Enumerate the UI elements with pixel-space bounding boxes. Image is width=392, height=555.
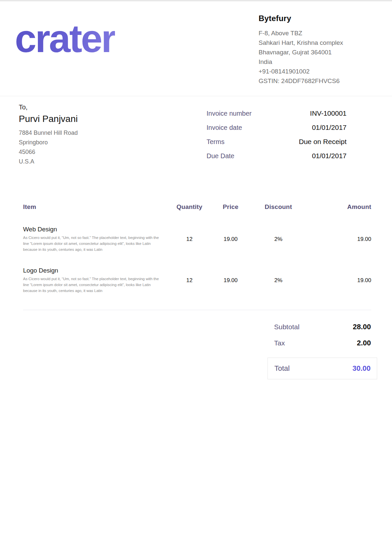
column-header-price: Price (209, 203, 252, 211)
invoice-meta-row: Terms Due on Receipt (207, 138, 347, 146)
item-price: 19.00 (209, 236, 252, 243)
column-header-discount: Discount (252, 203, 305, 211)
column-header-amount: Amount (305, 203, 371, 211)
column-header-item: Item (23, 203, 170, 211)
crater-logo: crater (15, 19, 115, 58)
customer-address-line: U.S.A (19, 157, 78, 166)
invoice-info-section: To, Purvi Panjvani 7884 Bunnel Hill Road… (0, 96, 392, 166)
company-gstin: GSTIN: 24DDF7682FHVCS6 (259, 76, 392, 86)
totals-divider (23, 310, 371, 310)
item-row: Web Design As Cicero would put it, “Um, … (23, 226, 371, 252)
invoice-meta-row: Due Date 01/01/2017 (207, 152, 347, 160)
due-date-value: 01/01/2017 (312, 152, 347, 160)
item-name: Logo Design (23, 267, 170, 274)
company-address-line: F-8, Above TBZ (259, 28, 392, 38)
bill-to-intro: To, (19, 103, 78, 111)
item-cell: Web Design As Cicero would put it, “Um, … (23, 226, 170, 252)
invoice-header: crater Bytefury F-8, Above TBZ Sahkari H… (0, 1, 392, 96)
column-header-quantity: Quantity (170, 203, 209, 211)
company-address-line: Sahkari Hart, Krishna complex (259, 38, 392, 47)
invoice-number-value: INV-100001 (310, 109, 347, 117)
item-amount: 19.00 (305, 277, 371, 284)
customer-address-line: 7884 Bunnel Hill Road (19, 128, 78, 138)
item-discount: 2% (252, 236, 305, 243)
total-value: 30.00 (352, 364, 371, 373)
item-discount: 2% (252, 277, 305, 284)
invoice-meta-row: Invoice number INV-100001 (207, 109, 347, 117)
total-label: Total (274, 364, 290, 373)
company-address-line: Bhavnagar, Gujrat 364001 (259, 47, 392, 57)
terms-label: Terms (207, 138, 224, 146)
customer-address-line: Springboro (19, 138, 78, 147)
subtotal-label: Subtotal (274, 323, 299, 331)
bill-to-block: To, Purvi Panjvani 7884 Bunnel Hill Road… (19, 103, 78, 166)
totals-section: Subtotal 28.00 Tax 2.00 Total 30.00 (0, 323, 392, 379)
company-address-line: India (259, 57, 392, 67)
invoice-meta-row: Invoice date 01/01/2017 (207, 124, 347, 131)
item-quantity: 12 (170, 236, 209, 243)
total-box: Total 30.00 (267, 358, 377, 379)
terms-value: Due on Receipt (299, 138, 347, 146)
invoice-number-label: Invoice number (207, 110, 252, 117)
subtotal-value: 28.00 (353, 323, 371, 331)
due-date-label: Due Date (207, 152, 235, 160)
items-table-header-row: Item Quantity Price Discount Amount (23, 203, 371, 211)
company-phone: +91-08141901002 (259, 67, 392, 76)
tax-row: Tax 2.00 (267, 339, 377, 347)
company-name: Bytefury (259, 14, 392, 23)
item-amount: 19.00 (305, 236, 371, 243)
customer-name: Purvi Panjvani (19, 114, 78, 124)
logo-container: crater (15, 1, 115, 96)
item-price: 19.00 (209, 277, 252, 284)
subtotal-row: Subtotal 28.00 (267, 323, 377, 331)
item-row: Logo Design As Cicero would put it, “Um,… (23, 267, 371, 294)
tax-value: 2.00 (357, 339, 371, 347)
item-description: As Cicero would put it, “Um, not so fast… (23, 235, 161, 252)
item-cell: Logo Design As Cicero would put it, “Um,… (23, 267, 170, 294)
item-name: Web Design (23, 226, 170, 233)
invoice-date-value: 01/01/2017 (312, 124, 347, 131)
invoice-date-label: Invoice date (207, 124, 242, 131)
item-quantity: 12 (170, 277, 209, 284)
invoice-meta-block: Invoice number INV-100001 Invoice date 0… (207, 103, 347, 166)
items-table: Item Quantity Price Discount Amount Web … (0, 203, 392, 294)
tax-label: Tax (274, 339, 285, 347)
item-description: As Cicero would put it, “Um, not so fast… (23, 276, 161, 294)
customer-address-line: 45066 (19, 147, 78, 157)
company-info: Bytefury F-8, Above TBZ Sahkari Hart, Kr… (259, 1, 392, 96)
